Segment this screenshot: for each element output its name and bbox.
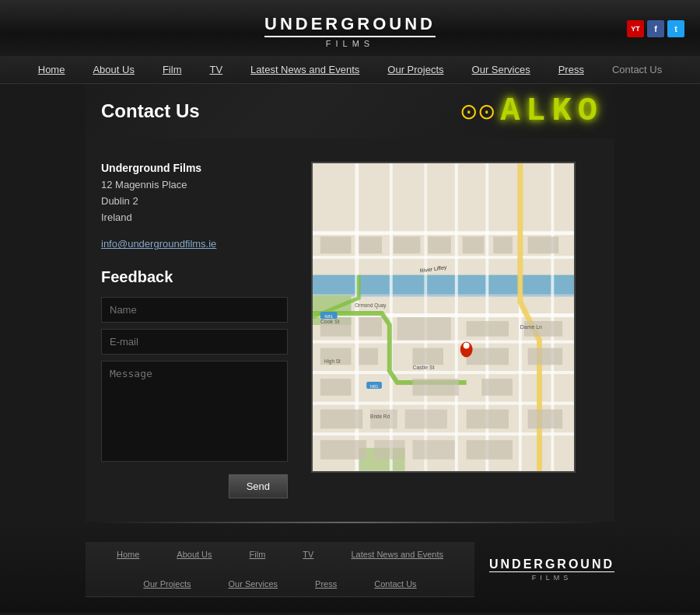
name-input[interactable]	[101, 297, 288, 323]
logo-underground: UNDERGROUND	[264, 14, 436, 37]
feedback-title: Feedback	[101, 268, 288, 286]
svg-rect-6	[313, 294, 574, 296]
svg-rect-4	[313, 231, 574, 235]
nav-press[interactable]: Press	[544, 56, 598, 83]
svg-rect-5	[313, 256, 574, 259]
message-input[interactable]	[101, 361, 288, 462]
footer-nav-services[interactable]: Our Services	[215, 571, 292, 596]
youtube-icon[interactable]: YT	[627, 20, 644, 37]
svg-rect-20	[359, 236, 382, 253]
footer-logo: UNDERGROUND FILMS	[489, 557, 614, 582]
company-name: Underground Films	[101, 162, 288, 174]
svg-rect-47	[467, 440, 513, 460]
glasses-icon: ⊙⊙	[460, 99, 495, 124]
digi-char-1: A	[500, 93, 521, 130]
svg-rect-21	[394, 236, 421, 253]
nav-services[interactable]: Our Services	[458, 56, 544, 83]
svg-rect-23	[463, 236, 485, 253]
svg-rect-10	[313, 402, 574, 405]
svg-point-53	[464, 343, 470, 349]
svg-rect-38	[481, 379, 513, 396]
svg-rect-41	[405, 410, 447, 429]
svg-text:Cook St: Cook St	[320, 319, 340, 324]
svg-text:Ormond Quay: Ormond Quay	[355, 302, 387, 309]
site-logo: UNDERGROUND FILMS	[264, 14, 436, 48]
svg-rect-24	[493, 236, 513, 253]
footer-logo-underground: UNDERGROUND	[489, 557, 614, 572]
nav-news[interactable]: Latest News and Events	[236, 56, 373, 83]
email-link[interactable]: info@undergroundfilms.ie	[101, 238, 288, 250]
svg-rect-9	[313, 371, 574, 374]
svg-rect-45	[374, 440, 405, 460]
social-icons-group: YT f t	[627, 20, 684, 37]
footer-nav-film[interactable]: Film	[236, 542, 280, 567]
digi-char-2: L	[526, 93, 547, 130]
digi-char-3: K	[552, 93, 573, 130]
address-line-1: 12 Magennis Place	[101, 177, 288, 194]
svg-rect-37	[412, 379, 458, 396]
svg-rect-36	[320, 379, 352, 396]
svg-rect-46	[412, 440, 454, 460]
nav-projects[interactable]: Our Projects	[373, 56, 457, 83]
map-svg: N81 N81 River Liffey Cook St Castle St H…	[313, 163, 574, 471]
contact-info-col: Underground Films 12 Magennis Place Dubl…	[101, 162, 288, 498]
nav-about[interactable]: About Us	[79, 56, 148, 83]
svg-rect-33	[412, 348, 443, 365]
footer-nav-about[interactable]: About Us	[163, 542, 226, 567]
svg-rect-27	[359, 317, 382, 337]
footer-nav-projects[interactable]: Our Projects	[129, 571, 205, 596]
map-col: N81 N81 River Liffey Cook St Castle St H…	[311, 162, 599, 498]
address-line-2: Dublin 2	[101, 194, 288, 210]
page-banner: Contact Us ⊙⊙ A L K O	[86, 84, 614, 138]
nav-film[interactable]: Film	[149, 56, 196, 83]
email-input[interactable]	[101, 329, 288, 355]
digi-char-4: O	[578, 93, 599, 130]
content-section: Underground Films 12 Magennis Place Dubl…	[86, 138, 614, 522]
svg-text:Bride Rd: Bride Rd	[370, 414, 390, 419]
map-container: N81 N81 River Liffey Cook St Castle St H…	[311, 162, 576, 473]
svg-text:N81: N81	[370, 384, 379, 389]
svg-rect-32	[359, 348, 378, 365]
digital-decoration: ⊙⊙ A L K O	[460, 84, 614, 138]
svg-rect-39	[320, 410, 362, 429]
svg-rect-1	[313, 275, 574, 297]
footer-logo-films: FILMS	[489, 574, 614, 582]
footer-nav-home[interactable]: Home	[103, 542, 153, 567]
svg-rect-44	[320, 440, 366, 460]
nav-contact[interactable]: Contact Us	[598, 56, 676, 83]
svg-rect-8	[313, 341, 574, 344]
svg-text:Dame Ln: Dame Ln	[520, 324, 542, 330]
logo-films: FILMS	[264, 39, 436, 48]
footer-nav: Home About Us Film TV Latest News and Ev…	[86, 542, 474, 597]
main-nav: Home About Us Film TV Latest News and Ev…	[0, 56, 700, 84]
facebook-icon[interactable]: f	[647, 20, 664, 37]
svg-rect-11	[313, 432, 574, 435]
footer-nav-news[interactable]: Latest News and Events	[337, 542, 457, 567]
site-header: UNDERGROUND FILMS YT f t	[0, 0, 700, 56]
svg-rect-43	[528, 410, 562, 429]
svg-rect-19	[320, 236, 352, 253]
main-wrapper: Contact Us ⊙⊙ A L K O Underground Films …	[86, 84, 614, 523]
svg-rect-42	[467, 410, 509, 429]
page-title: Contact Us	[86, 100, 200, 122]
send-button[interactable]: Send	[229, 474, 288, 498]
svg-text:Castle St: Castle St	[412, 365, 434, 370]
footer-nav-tv[interactable]: TV	[289, 542, 327, 567]
footer-nav-contact[interactable]: Contact Us	[360, 571, 430, 596]
footer-inner: Home About Us Film TV Latest News and Ev…	[86, 542, 614, 597]
svg-rect-28	[397, 317, 451, 341]
footer-nav-press[interactable]: Press	[301, 571, 351, 596]
twitter-icon[interactable]: t	[667, 20, 684, 37]
svg-rect-35	[528, 348, 562, 365]
svg-rect-15	[455, 163, 458, 470]
address-line-3: Ireland	[101, 210, 288, 226]
svg-rect-29	[467, 321, 509, 337]
nav-home[interactable]: Home	[24, 56, 79, 83]
svg-rect-34	[467, 348, 509, 365]
svg-rect-25	[528, 236, 559, 253]
svg-rect-22	[428, 236, 451, 253]
svg-text:High St: High St	[324, 358, 341, 365]
nav-tv[interactable]: TV	[195, 56, 236, 83]
site-footer: Home About Us Film TV Latest News and Ev…	[0, 523, 700, 613]
